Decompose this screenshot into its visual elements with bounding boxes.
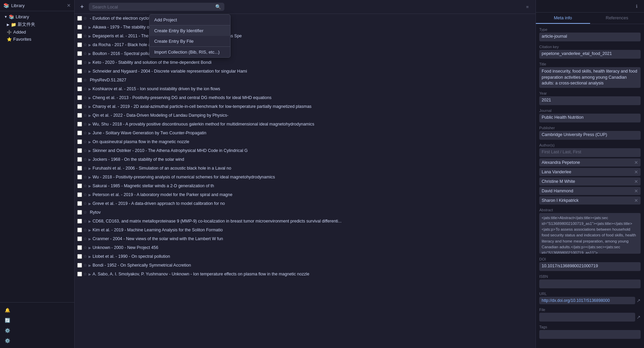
table-row[interactable]: ☆ ▶ Boulton - 2016 - Spectral pollution … bbox=[75, 49, 536, 58]
table-row[interactable]: ☆ ▶ Greve et al. - 2019 - A data-driven … bbox=[75, 199, 536, 208]
star-icon[interactable]: ☆ bbox=[83, 34, 87, 38]
star-icon[interactable]: ☆ bbox=[83, 157, 87, 162]
entry-checkbox[interactable] bbox=[77, 175, 82, 179]
entry-checkbox[interactable] bbox=[77, 201, 82, 206]
expand-icon[interactable]: ▶ bbox=[88, 105, 91, 109]
entry-checkbox[interactable] bbox=[77, 86, 82, 91]
tags-input[interactable] bbox=[539, 330, 641, 339]
star-icon[interactable]: ☆ bbox=[83, 86, 87, 91]
table-row[interactable]: ☆ ▶ Sakurai - 1985 - Magnetic stellar wi… bbox=[75, 181, 536, 190]
entry-checkbox[interactable] bbox=[77, 272, 82, 276]
star-icon[interactable]: ☆ bbox=[83, 78, 87, 82]
entry-checkbox[interactable] bbox=[77, 113, 82, 118]
star-icon[interactable]: ☆ bbox=[83, 104, 87, 109]
table-row[interactable]: ☆ ▶ Skinner and Ostriker - 2010 - The At… bbox=[75, 146, 536, 155]
add-project-item[interactable]: Add Project bbox=[149, 15, 230, 25]
star-icon[interactable]: ☆ bbox=[83, 263, 87, 268]
entry-checkbox[interactable] bbox=[77, 183, 82, 188]
entry-checkbox[interactable] bbox=[77, 139, 82, 144]
sidebar-item-library[interactable]: ▼ 📚 Library bbox=[0, 13, 74, 20]
close-sidebar-button[interactable]: ✕ bbox=[67, 3, 71, 8]
publisher-value[interactable]: Cambridge University Press (CUP) bbox=[539, 131, 641, 140]
search-input[interactable] bbox=[92, 4, 213, 9]
year-value[interactable]: 2021 bbox=[539, 96, 641, 105]
star-icon[interactable]: ☆ bbox=[83, 42, 87, 47]
table-row[interactable]: ☆ ▶ Schneider and Nygaard - 2004 - Discr… bbox=[75, 67, 536, 76]
create-entry-by-identifier-item[interactable]: Create Entry By Identifier bbox=[149, 25, 230, 36]
star-icon[interactable]: ☆ bbox=[83, 166, 87, 171]
expand-icon[interactable]: ▶ bbox=[88, 87, 91, 91]
table-row[interactable]: ☆ ▶ Aikawa - 1979 - The stability of sph… bbox=[75, 23, 536, 32]
entry-checkbox[interactable] bbox=[77, 210, 82, 215]
star-icon[interactable]: ☆ bbox=[83, 95, 87, 100]
remove-author-button[interactable]: ✕ bbox=[634, 198, 638, 203]
url-external-link-icon[interactable]: ↗ bbox=[637, 298, 641, 303]
entry-checkbox[interactable] bbox=[77, 16, 82, 21]
table-row[interactable]: ☆ Rytov bbox=[75, 208, 536, 217]
expand-icon[interactable]: ▶ bbox=[88, 219, 91, 223]
star-icon[interactable]: ☆ bbox=[83, 228, 87, 232]
add-button[interactable]: + bbox=[78, 3, 86, 11]
table-row[interactable]: ☆ ▶ Cheng et al. - 2013 - Positivity-pre… bbox=[75, 93, 536, 102]
type-value[interactable]: article-journal bbox=[539, 33, 641, 41]
star-icon[interactable]: ☆ bbox=[83, 175, 87, 179]
table-row[interactable]: ☆ - Evolution of the electron cyclotron … bbox=[75, 14, 536, 23]
table-row[interactable]: ☆ ▶ Furuhashi et al. - 2006 - Simulation… bbox=[75, 164, 536, 173]
table-row[interactable]: ☆ ▶ On quasineutral plasma flow in the m… bbox=[75, 137, 536, 146]
star-icon[interactable]: ☆ bbox=[83, 51, 87, 56]
table-row[interactable]: ☆ ▶ Keto - 2020 - Stability and solution… bbox=[75, 58, 536, 67]
expand-icon[interactable]: ▶ bbox=[88, 228, 91, 232]
expand-icon[interactable]: ▶ bbox=[88, 184, 91, 188]
entry-checkbox[interactable] bbox=[77, 166, 82, 171]
entry-checkbox[interactable] bbox=[77, 51, 82, 56]
expand-icon[interactable]: ▶ bbox=[88, 175, 91, 179]
table-row[interactable]: ☆ ▶ Wu, Shu - 2018 - A provably positive… bbox=[75, 120, 536, 129]
abstract-value[interactable]: <jats:title>Abstract</jats:title><jats:s… bbox=[539, 213, 641, 254]
entry-checkbox[interactable] bbox=[77, 219, 82, 224]
table-row[interactable]: ☆ ▶ Qin et al. - 2022 - Data-Driven Mode… bbox=[75, 111, 536, 120]
star-icon[interactable]: ☆ bbox=[83, 192, 87, 197]
remove-author-button[interactable]: ✕ bbox=[634, 179, 638, 184]
isbn-value[interactable] bbox=[539, 279, 641, 288]
entry-checkbox[interactable] bbox=[77, 25, 82, 30]
expand-icon[interactable]: ▶ bbox=[88, 140, 91, 144]
sidebar-item-favorites[interactable]: ⭐ Favorites bbox=[0, 36, 74, 43]
table-row[interactable]: ☆ ▶ da Rocha - 2017 - Black hole acousti… bbox=[75, 40, 536, 49]
entry-checkbox[interactable] bbox=[77, 245, 82, 250]
star-icon[interactable]: ☆ bbox=[83, 25, 87, 30]
expand-icon[interactable]: ▶ bbox=[88, 96, 91, 100]
table-row[interactable]: ☆ ▶ Llobet et al. - 1990 - On spectral p… bbox=[75, 252, 536, 261]
star-icon[interactable]: ☆ bbox=[83, 60, 87, 65]
star-icon[interactable]: ☆ bbox=[83, 245, 87, 250]
sync-button[interactable]: 🔄 bbox=[3, 315, 12, 325]
remove-author-button[interactable]: ✕ bbox=[634, 169, 638, 175]
title-value[interactable]: Food insecurity, food skills, health lit… bbox=[539, 67, 641, 88]
entry-checkbox[interactable] bbox=[77, 236, 82, 241]
expand-icon[interactable]: ▶ bbox=[88, 70, 91, 73]
entry-checkbox[interactable] bbox=[77, 42, 82, 47]
authors-placeholder[interactable]: First Last / Last, First bbox=[539, 148, 641, 157]
tab-meta-info[interactable]: Meta info bbox=[536, 13, 590, 24]
expand-icon[interactable]: ▶ bbox=[88, 167, 91, 170]
star-icon[interactable]: ☆ bbox=[83, 219, 87, 224]
expand-icon[interactable]: ▶ bbox=[88, 131, 91, 135]
citation-key-value[interactable]: pepetone_vanderlee_etal_food_2021 bbox=[539, 50, 641, 59]
table-row[interactable]: ☆ ▶ CD68, CD163, and matrix metalloprote… bbox=[75, 217, 536, 226]
star-icon[interactable]: ☆ bbox=[83, 183, 87, 188]
table-row[interactable]: ☆ ▶ Charoy et al. - 2019 - 2D axial-azim… bbox=[75, 102, 536, 111]
tab-references[interactable]: References bbox=[590, 13, 644, 24]
table-row[interactable]: ☆ PhysRevD.51.2827 bbox=[75, 76, 536, 84]
star-icon[interactable]: ☆ bbox=[83, 16, 87, 21]
expand-icon[interactable]: ▶ bbox=[88, 255, 91, 258]
entry-checkbox[interactable] bbox=[77, 254, 82, 259]
entry-checkbox[interactable] bbox=[77, 122, 82, 127]
entry-checkbox[interactable] bbox=[77, 60, 82, 65]
sidebar-item-added[interactable]: ➕ Added bbox=[0, 28, 74, 36]
expand-icon[interactable]: ▶ bbox=[88, 34, 91, 38]
table-row[interactable]: ☆ ▶ Kim et al. - 2019 - Machine Learning… bbox=[75, 226, 536, 234]
settings-button[interactable]: ⚙️ bbox=[3, 326, 12, 335]
star-icon[interactable]: ☆ bbox=[83, 139, 87, 144]
remove-author-button[interactable]: ✕ bbox=[634, 188, 638, 194]
expand-icon[interactable]: ▶ bbox=[88, 246, 91, 250]
star-icon[interactable]: ☆ bbox=[83, 148, 87, 153]
